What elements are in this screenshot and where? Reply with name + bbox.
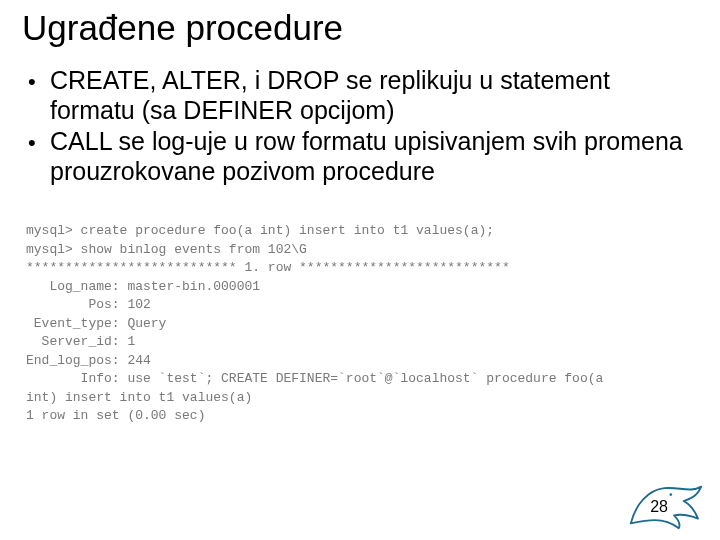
slide: Ugrađene procedure CREATE, ALTER, i DROP…	[0, 0, 720, 540]
code-line: mysql> create procedure foo(a int) inser…	[26, 223, 494, 238]
svg-point-0	[670, 493, 673, 496]
code-line: 1 row in set (0.00 sec)	[26, 408, 205, 423]
bullet-item: CREATE, ALTER, i DROP se replikuju u sta…	[28, 66, 698, 125]
code-line: int) insert into t1 values(a)	[26, 390, 252, 405]
code-line: Info: use `test`; CREATE DEFINER=`root`@…	[26, 371, 603, 386]
slide-title: Ugrađene procedure	[22, 8, 698, 48]
code-line: Log_name: master-bin.000001	[26, 279, 260, 294]
code-line: *************************** 1. row *****…	[26, 260, 510, 275]
code-block: mysql> create procedure foo(a int) inser…	[22, 204, 698, 444]
code-line: mysql> show binlog events from 102\G	[26, 242, 307, 257]
page-number: 28	[650, 498, 668, 516]
code-line: Event_type: Query	[26, 316, 166, 331]
bullet-text: CREATE, ALTER, i DROP se replikuju u sta…	[50, 66, 698, 125]
bullet-icon	[28, 127, 50, 186]
bullet-icon	[28, 66, 50, 125]
bullet-list: CREATE, ALTER, i DROP se replikuju u sta…	[22, 66, 698, 186]
bullet-item: CALL se log-uje u row formatu upisivanje…	[28, 127, 698, 186]
code-line: Pos: 102	[26, 297, 151, 312]
code-line: Server_id: 1	[26, 334, 135, 349]
code-line: End_log_pos: 244	[26, 353, 151, 368]
bullet-text: CALL se log-uje u row formatu upisivanje…	[50, 127, 698, 186]
